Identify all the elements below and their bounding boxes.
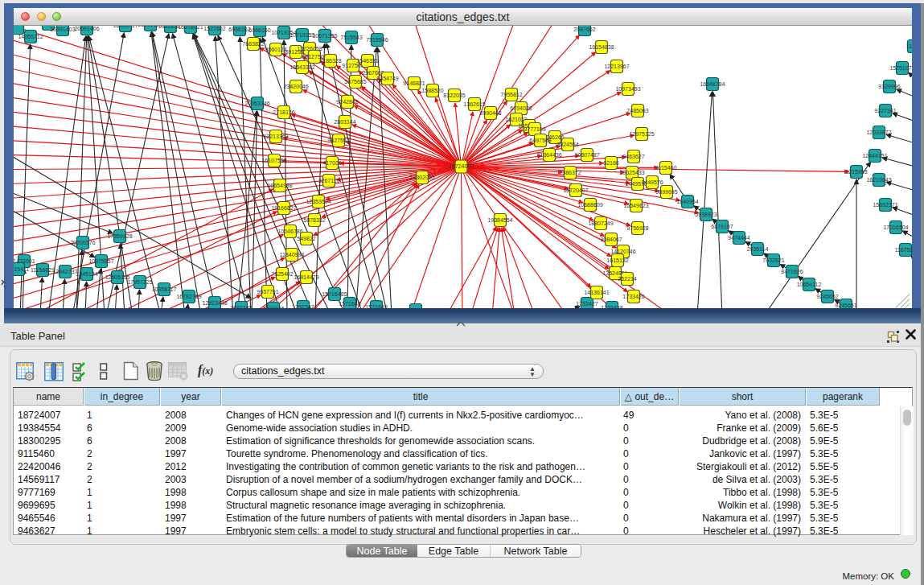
svg-text:9245652: 9245652	[816, 294, 838, 299]
svg-text:9084067: 9084067	[600, 237, 622, 242]
svg-text:20206576: 20206576	[70, 240, 95, 245]
svg-text:10807487: 10807487	[574, 152, 599, 158]
svg-text:10688609: 10688609	[577, 202, 602, 208]
svg-text:10975857: 10975857	[88, 258, 113, 264]
svg-text:6497568: 6497568	[529, 138, 551, 143]
svg-text:9474444: 9474444	[728, 235, 749, 241]
svg-text:16543382: 16543382	[290, 64, 314, 70]
svg-text:1345134: 1345134	[76, 271, 97, 277]
svg-text:10654988: 10654988	[267, 183, 292, 188]
svg-text:12033872: 12033872	[866, 130, 891, 135]
svg-text:3915411: 3915411	[14, 266, 29, 272]
svg-text:12213363: 12213363	[263, 134, 288, 139]
svg-text:14120746: 14120746	[610, 249, 635, 254]
svg-text:9777169: 9777169	[524, 126, 545, 132]
svg-text:2967608: 2967608	[362, 70, 384, 76]
svg-text:9463627: 9463627	[622, 154, 644, 159]
svg-text:3824554: 3824554	[556, 142, 578, 147]
svg-text:9329996: 9329996	[878, 84, 900, 89]
svg-text:20391403: 20391403	[50, 27, 75, 32]
svg-text:17016504: 17016504	[883, 225, 908, 230]
svg-text:16154838: 16154838	[589, 44, 614, 50]
svg-text:2803144: 2803144	[334, 119, 355, 125]
svg-text:549822: 549822	[297, 236, 315, 241]
svg-text:8990448: 8990448	[479, 110, 501, 116]
svg-text:16782759: 16782759	[176, 294, 201, 299]
svg-text:6879197: 6879197	[711, 224, 733, 229]
svg-text:16210643: 16210643	[866, 177, 891, 183]
svg-text:1167533: 1167533	[895, 247, 912, 253]
svg-text:9427552: 9427552	[327, 138, 349, 143]
svg-text:1733426: 1733426	[622, 294, 644, 299]
svg-text:5938923: 5938923	[695, 212, 717, 217]
svg-text:10958117: 10958117	[152, 286, 177, 292]
svg-text:5875685: 5875685	[344, 79, 366, 84]
svg-text:1449576: 1449576	[641, 179, 663, 185]
svg-text:10046786: 10046786	[277, 229, 302, 234]
svg-text:18807249: 18807249	[588, 220, 613, 226]
svg-text:1571648: 1571648	[339, 301, 360, 307]
svg-text:7485063: 7485063	[626, 108, 648, 113]
svg-text:12942737: 12942737	[52, 269, 77, 274]
svg-text:8471626: 8471626	[781, 269, 803, 274]
svg-text:7955812: 7955812	[500, 92, 522, 97]
svg-text:16549623: 16549623	[623, 203, 648, 208]
svg-text:9127505: 9127505	[342, 63, 363, 68]
svg-text:11122: 11122	[906, 43, 912, 49]
svg-text:18724007: 18724007	[449, 163, 474, 169]
svg-text:15278021: 15278021	[178, 26, 203, 30]
svg-text:3267110: 3267110	[318, 178, 340, 183]
svg-text:1640954: 1640954	[676, 199, 698, 204]
svg-text:9242848: 9242848	[336, 99, 358, 105]
svg-text:8186328: 8186328	[319, 58, 341, 64]
svg-text:1362615: 1362615	[463, 101, 485, 107]
svg-text:10671355: 10671355	[312, 33, 337, 39]
svg-text:9115460: 9115460	[655, 165, 677, 171]
svg-text:15692371: 15692371	[873, 202, 897, 208]
svg-text:1527602: 1527602	[203, 26, 225, 31]
svg-text:2718176: 2718176	[273, 109, 294, 115]
svg-text:62160: 62160	[603, 160, 619, 166]
svg-text:9146821: 9146821	[403, 80, 425, 86]
svg-text:9756928: 9756928	[626, 225, 648, 231]
svg-text:12213967: 12213967	[604, 64, 629, 69]
svg-text:10973493: 10973493	[615, 86, 640, 92]
svg-text:10025433: 10025433	[619, 170, 644, 175]
svg-text:9899695: 9899695	[655, 189, 677, 195]
svg-text:6966162: 6966162	[228, 27, 250, 32]
svg-text:9227341: 9227341	[874, 108, 896, 113]
svg-text:19166827: 19166827	[271, 205, 296, 211]
svg-text:7986372: 7986372	[559, 170, 581, 175]
svg-text:17957225: 17957225	[127, 279, 152, 285]
svg-text:12353594: 12353594	[306, 199, 331, 204]
svg-text:3215953: 3215953	[845, 169, 867, 175]
svg-text:6966160: 6966160	[248, 27, 270, 33]
svg-text:417006: 417006	[322, 160, 341, 166]
svg-text:7515543: 7515543	[340, 35, 362, 40]
svg-text:5878332: 5878332	[303, 217, 325, 223]
svg-text:9657791: 9657791	[257, 289, 278, 295]
svg-text:11156829: 11156829	[31, 267, 55, 273]
svg-text:1615132: 1615132	[606, 257, 628, 263]
svg-text:20053346: 20053346	[244, 101, 269, 106]
svg-text:14136141: 14136141	[584, 290, 609, 295]
svg-text:12505115: 12505115	[105, 274, 130, 280]
svg-text:21364436: 21364436	[536, 152, 561, 158]
svg-text:15751074: 15751074	[889, 65, 912, 71]
svg-text:12975125: 12975125	[629, 131, 654, 137]
svg-text:12444151: 12444151	[862, 153, 887, 159]
svg-text:9860124: 9860124	[265, 47, 286, 52]
svg-text:252214: 252214	[618, 276, 636, 282]
svg-text:7625402: 7625402	[271, 271, 293, 277]
svg-text:2087662: 2087662	[573, 27, 595, 32]
svg-text:23420046: 23420046	[283, 84, 308, 89]
svg-text:17359928: 17359928	[107, 233, 132, 239]
svg-text:10719155: 10719155	[290, 32, 314, 38]
svg-text:7632621: 7632621	[762, 257, 784, 263]
svg-text:9245651: 9245651	[835, 303, 856, 308]
svg-text:19384554: 19384554	[487, 217, 512, 223]
svg-text:2935114: 2935114	[747, 246, 769, 252]
svg-text:16107553: 16107553	[261, 158, 286, 163]
svg-text:12923448: 12923448	[202, 300, 227, 306]
svg-text:1546331: 1546331	[356, 58, 378, 64]
